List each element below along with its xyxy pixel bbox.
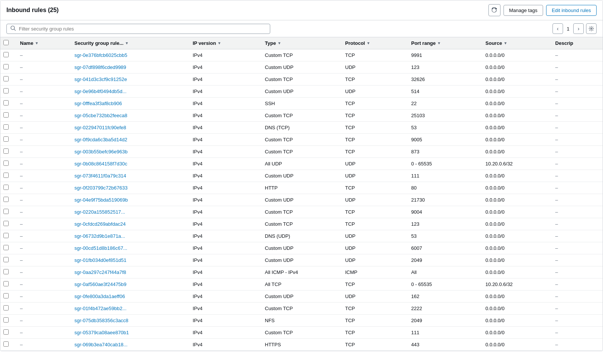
cell-protocol: UDP — [339, 291, 405, 303]
cell-ip-version: IPv4 — [187, 146, 259, 158]
row-checkbox-col — [0, 170, 14, 182]
cell-protocol: TCP — [339, 73, 405, 86]
cell-description: – — [549, 242, 603, 254]
table-row: – sgr-00cd51d8b186c67... IPv4 Custom UDP… — [0, 242, 603, 254]
header-name[interactable]: Name ▼ — [14, 37, 68, 49]
cell-protocol: TCP — [339, 146, 405, 158]
header-type[interactable]: Type ▼ — [259, 37, 339, 49]
manage-tags-button[interactable]: Manage tags — [504, 5, 543, 16]
row-checkbox-col — [0, 254, 14, 266]
cell-source: 10.20.0.6/32 — [479, 278, 549, 291]
cell-port-range: All — [405, 266, 479, 278]
cell-description: – — [549, 182, 603, 194]
row-checkbox-19[interactable] — [3, 281, 9, 286]
row-checkbox-3[interactable] — [3, 88, 9, 93]
header-source[interactable]: Source ▼ — [479, 37, 549, 49]
settings-button[interactable] — [586, 23, 597, 34]
title-text: Inbound rules — [6, 7, 46, 13]
table-row: – sgr-003b55befc96e963b IPv4 Custom TCP … — [0, 146, 603, 158]
row-checkbox-23[interactable] — [3, 329, 9, 335]
row-checkbox-17[interactable] — [3, 257, 9, 262]
header-sgr[interactable]: Security group rule... ▼ — [68, 37, 187, 49]
row-checkbox-4[interactable] — [3, 100, 9, 106]
cell-protocol: UDP — [339, 158, 405, 170]
protocol-sort-icon: ▼ — [366, 41, 370, 45]
row-checkbox-24[interactable] — [3, 341, 9, 347]
table-row: – sgr-069b3ea740cab18... IPv4 HTTPS TCP … — [0, 339, 603, 351]
prev-page-button[interactable]: ‹ — [552, 23, 563, 34]
row-checkbox-16[interactable] — [3, 245, 9, 250]
cell-port-range: 32626 — [405, 73, 479, 86]
row-checkbox-12[interactable] — [3, 197, 9, 202]
cell-ip-version: IPv4 — [187, 278, 259, 291]
header-protocol[interactable]: Protocol ▼ — [339, 37, 405, 49]
table-row: – sgr-0220a155852517... IPv4 Custom TCP … — [0, 206, 603, 218]
cell-port-range: 9004 — [405, 206, 479, 218]
row-checkbox-13[interactable] — [3, 209, 9, 214]
cell-source: 0.0.0.0/0 — [479, 327, 549, 339]
row-checkbox-14[interactable] — [3, 221, 9, 226]
cell-type: All TCP — [259, 278, 339, 291]
cell-type: Custom TCP — [259, 134, 339, 146]
cell-source: 0.0.0.0/0 — [479, 266, 549, 278]
cell-source: 0.0.0.0/0 — [479, 134, 549, 146]
cell-source: 0.0.0.0/0 — [479, 218, 549, 230]
row-checkbox-11[interactable] — [3, 185, 9, 190]
header-port-range[interactable]: Port range ▼ — [405, 37, 479, 49]
table-row: – sgr-01fb034d0ef851d51 IPv4 Custom UDP … — [0, 254, 603, 266]
cell-source: 0.0.0.0/0 — [479, 254, 549, 266]
search-input[interactable] — [19, 26, 266, 32]
row-checkbox-7[interactable] — [3, 136, 9, 142]
cell-name: – — [14, 315, 68, 327]
cell-ip-version: IPv4 — [187, 315, 259, 327]
cell-name: – — [14, 254, 68, 266]
row-checkbox-2[interactable] — [3, 76, 9, 81]
header-description[interactable]: Descrip — [549, 37, 603, 49]
table-row: – sgr-0e376bfcb6025cbb5 IPv4 Custom TCP … — [0, 49, 603, 61]
next-page-button[interactable]: › — [573, 23, 584, 34]
manage-tags-label: Manage tags — [509, 8, 537, 13]
cell-sgr: sgr-041d3c3cf9c91252e — [68, 73, 187, 86]
cell-protocol: TCP — [339, 339, 405, 351]
cell-description: – — [549, 278, 603, 291]
cell-type: Custom TCP — [259, 327, 339, 339]
row-checkbox-1[interactable] — [3, 64, 9, 69]
row-checkbox-8[interactable] — [3, 148, 9, 154]
cell-sgr: sgr-01f4b472ae59bb2... — [68, 303, 187, 315]
row-checkbox-18[interactable] — [3, 269, 9, 274]
row-checkbox-col — [0, 291, 14, 303]
refresh-button[interactable] — [488, 4, 500, 16]
ip-sort-icon: ▼ — [217, 41, 221, 45]
row-checkbox-9[interactable] — [3, 161, 9, 166]
row-checkbox-10[interactable] — [3, 173, 9, 178]
row-checkbox-20[interactable] — [3, 293, 9, 298]
row-checkbox-0[interactable] — [3, 52, 9, 57]
row-checkbox-15[interactable] — [3, 233, 9, 238]
edit-inbound-rules-button[interactable]: Edit inbound rules — [546, 5, 597, 16]
header-ip-version[interactable]: IP version ▼ — [187, 37, 259, 49]
cell-port-range: 111 — [405, 170, 479, 182]
cell-sgr: sgr-04e9f75bda519069b — [68, 194, 187, 206]
cell-ip-version: IPv4 — [187, 49, 259, 61]
row-checkbox-col — [0, 49, 14, 61]
cell-source: 0.0.0.0/0 — [479, 146, 549, 158]
cell-protocol: TCP — [339, 98, 405, 110]
cell-name: – — [14, 182, 68, 194]
cell-sgr: sgr-075db358356c3acc8 — [68, 315, 187, 327]
cell-source: 0.0.0.0/0 — [479, 194, 549, 206]
cell-name: – — [14, 146, 68, 158]
row-checkbox-21[interactable] — [3, 305, 9, 310]
cell-name: – — [14, 303, 68, 315]
table-row: – sgr-022947011fc90efe8 IPv4 DNS (TCP) T… — [0, 122, 603, 134]
row-checkbox-22[interactable] — [3, 317, 9, 323]
header-actions: Manage tags Edit inbound rules — [488, 4, 597, 16]
cell-sgr: sgr-0af560ae3f24475b9 — [68, 278, 187, 291]
cell-port-range: 80 — [405, 182, 479, 194]
cell-description: – — [549, 315, 603, 327]
cell-protocol: UDP — [339, 254, 405, 266]
cell-protocol: TCP — [339, 182, 405, 194]
row-checkbox-6[interactable] — [3, 124, 9, 130]
select-all-checkbox[interactable] — [3, 40, 9, 45]
cell-sgr: sgr-05cbe732bb2feeca8 — [68, 110, 187, 122]
row-checkbox-5[interactable] — [3, 112, 9, 118]
